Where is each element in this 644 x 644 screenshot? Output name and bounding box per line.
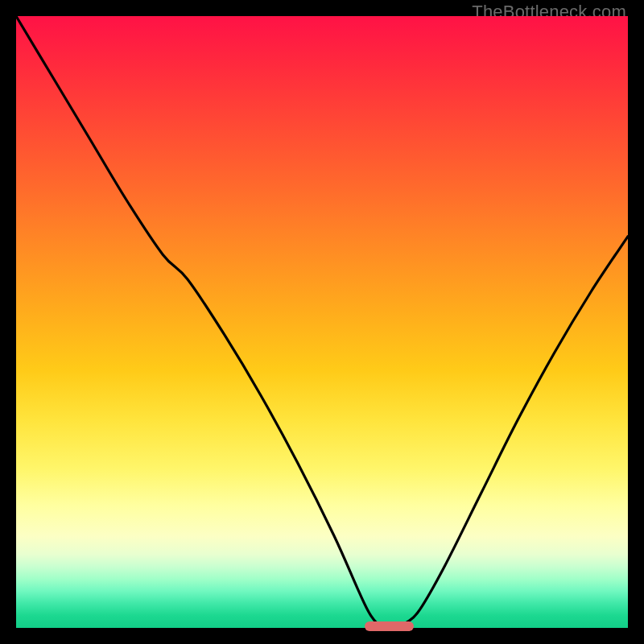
- plot-area: [16, 16, 628, 628]
- bottleneck-curve: [16, 16, 628, 628]
- optimal-range-marker: [365, 621, 414, 631]
- chart-frame: TheBottleneck.com: [0, 0, 644, 644]
